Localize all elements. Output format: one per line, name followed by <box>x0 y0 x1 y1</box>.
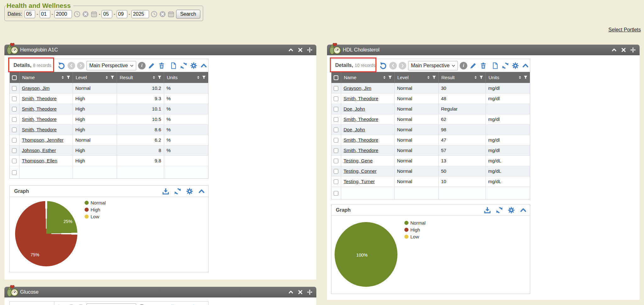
sort-icon[interactable] <box>474 75 478 79</box>
next-page-icon[interactable] <box>399 62 406 69</box>
row-checkbox[interactable] <box>334 148 338 153</box>
row-checkbox[interactable] <box>12 107 17 112</box>
to-clear-icon[interactable] <box>159 11 166 18</box>
new-document-icon[interactable] <box>491 62 499 70</box>
patient-name-link[interactable]: Smith, Theodore <box>344 137 379 143</box>
filter-funnel-icon[interactable] <box>202 75 206 79</box>
row-checkbox[interactable] <box>12 86 17 91</box>
row-checkbox[interactable] <box>334 107 338 112</box>
patient-name-link[interactable]: Smith, Theodore <box>22 106 57 112</box>
patient-name-link[interactable]: Smith, Theodore <box>22 127 57 132</box>
prev-page-icon[interactable] <box>389 62 397 69</box>
edit-pencil-icon[interactable] <box>147 304 156 305</box>
to-year-input[interactable] <box>131 10 149 18</box>
refresh-icon[interactable] <box>180 62 188 70</box>
sort-icon[interactable] <box>426 75 430 79</box>
collapse-section-icon[interactable] <box>200 62 208 70</box>
close-icon[interactable] <box>297 289 303 295</box>
row-checkbox[interactable] <box>12 117 17 122</box>
patient-name-link[interactable]: Grayson, Jim <box>22 85 50 91</box>
undo-icon[interactable] <box>58 62 66 70</box>
settings-gear-icon[interactable] <box>507 206 515 214</box>
sort-icon[interactable] <box>196 75 200 79</box>
collapse-section-icon[interactable] <box>197 187 206 195</box>
patient-name-link[interactable]: Smith, Theodore <box>344 148 379 153</box>
settings-gear-icon[interactable] <box>190 304 198 305</box>
column-header-units[interactable]: Units <box>164 72 208 83</box>
refresh-icon[interactable] <box>180 304 188 305</box>
delete-trash-icon[interactable] <box>158 304 166 305</box>
column-header-result[interactable]: Result <box>438 72 486 83</box>
portlet-header[interactable]: Hemoglobin A1C <box>4 45 316 55</box>
delete-trash-icon[interactable] <box>479 62 487 70</box>
patient-name-link[interactable]: Testing, Turner <box>344 179 375 184</box>
row-checkbox[interactable] <box>334 169 338 174</box>
patient-name-link[interactable]: Smith, Theodore <box>22 96 57 101</box>
delete-trash-icon[interactable] <box>158 62 166 70</box>
row-checkbox[interactable] <box>334 128 338 132</box>
from-month-input[interactable] <box>25 10 35 18</box>
filter-funnel-icon[interactable] <box>432 75 436 79</box>
select-all-checkbox[interactable] <box>334 75 338 80</box>
patient-name-link[interactable]: Thompson, Jennifer <box>22 137 64 143</box>
move-icon[interactable] <box>307 47 313 53</box>
refresh-icon[interactable] <box>501 62 509 70</box>
move-icon[interactable] <box>307 289 313 295</box>
column-header-units[interactable]: Units <box>486 72 530 83</box>
perspective-select[interactable] <box>86 303 136 305</box>
filter-funnel-icon[interactable] <box>388 75 392 79</box>
filter-funnel-icon[interactable] <box>524 75 528 79</box>
row-checkbox[interactable] <box>12 138 17 143</box>
download-icon[interactable] <box>483 206 491 214</box>
undo-icon[interactable] <box>379 62 387 70</box>
settings-gear-icon[interactable] <box>186 187 194 195</box>
undo-icon[interactable] <box>58 304 66 305</box>
select-all-header[interactable] <box>10 72 19 83</box>
column-header-level[interactable]: Level <box>73 72 117 83</box>
close-icon[interactable] <box>297 47 303 53</box>
collapse-section-icon[interactable] <box>521 62 530 70</box>
patient-name-link[interactable]: Smith, Theodore <box>344 117 379 122</box>
patient-name-link[interactable]: Smith, Theodore <box>344 96 379 101</box>
sort-icon[interactable] <box>152 75 156 79</box>
settings-gear-icon[interactable] <box>190 62 198 70</box>
search-button[interactable]: Search <box>176 10 200 19</box>
download-icon[interactable] <box>162 187 170 195</box>
to-calendar-icon[interactable] <box>168 11 175 18</box>
patient-name-link[interactable]: Smith, Theodore <box>22 117 57 122</box>
portlet-header[interactable]: HDL Cholesterol <box>327 45 640 55</box>
filter-funnel-icon[interactable] <box>66 75 70 79</box>
new-document-icon[interactable] <box>169 62 178 70</box>
next-page-icon[interactable] <box>77 62 85 69</box>
to-month-input[interactable] <box>102 10 112 18</box>
row-checkbox[interactable] <box>12 148 17 153</box>
sort-icon[interactable] <box>382 75 386 79</box>
row-checkbox[interactable] <box>334 179 338 184</box>
from-time-icon[interactable] <box>74 11 80 18</box>
new-document-icon[interactable] <box>169 304 178 305</box>
collapse-icon[interactable] <box>288 289 294 295</box>
from-day-input[interactable] <box>40 10 50 18</box>
patient-name-link[interactable]: Johnson, Esther <box>22 148 56 153</box>
filter-funnel-icon[interactable] <box>158 75 162 79</box>
edit-pencil-icon[interactable] <box>469 62 477 70</box>
column-header-name[interactable]: Name <box>341 72 394 83</box>
column-header-result[interactable]: Result <box>117 72 164 83</box>
from-calendar-icon[interactable] <box>91 11 97 18</box>
sort-icon[interactable] <box>105 75 109 79</box>
settings-gear-icon[interactable] <box>511 62 519 70</box>
row-checkbox[interactable] <box>12 170 17 175</box>
row-checkbox[interactable] <box>12 96 17 101</box>
patient-name-link[interactable]: Grayson, Jim <box>344 85 371 91</box>
row-checkbox[interactable] <box>334 117 338 122</box>
select-all-header[interactable] <box>331 72 341 83</box>
refresh-icon[interactable] <box>174 187 182 195</box>
row-checkbox[interactable] <box>334 96 338 101</box>
patient-name-link[interactable]: Testing, Conner <box>344 168 377 174</box>
sort-icon[interactable] <box>61 75 65 79</box>
patient-name-link[interactable]: Testing, Gene <box>344 158 373 163</box>
row-checkbox[interactable] <box>334 191 338 196</box>
row-checkbox[interactable] <box>12 159 17 163</box>
perspective-select[interactable]: Main Perspective <box>408 61 458 70</box>
edit-pencil-icon[interactable] <box>147 62 156 70</box>
